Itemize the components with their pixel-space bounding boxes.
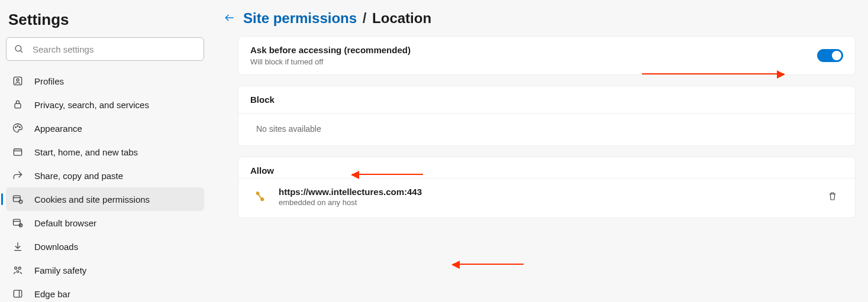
- download-icon: [12, 241, 24, 252]
- allow-section-title: Allow: [238, 157, 855, 178]
- sidebar-item-profiles[interactable]: Profiles: [6, 69, 204, 93]
- sidebar-item-label: Edge bar: [34, 289, 70, 299]
- cookies-gear-icon: [12, 193, 24, 205]
- block-card: Block No sites available: [238, 86, 855, 145]
- svg-line-1: [21, 51, 22, 53]
- site-text-group: https://www.intellectures.com:443 embedd…: [279, 187, 422, 207]
- tab-icon: [12, 146, 24, 158]
- svg-point-5: [15, 127, 17, 128]
- allow-card: Allow https://www.intellectures.com:443 …: [238, 157, 855, 217]
- breadcrumb-current: Location: [372, 10, 431, 26]
- sidebar-item-privacy[interactable]: Privacy, search, and services: [6, 93, 204, 116]
- settings-sidebar: Settings Profiles Privacy, search, and s…: [0, 0, 210, 302]
- share-icon: [12, 170, 24, 181]
- svg-point-17: [15, 267, 17, 269]
- sidebar-item-cookies[interactable]: Cookies and site permissions: [6, 187, 204, 211]
- block-empty-text: No sites available: [238, 113, 855, 145]
- sidebar-item-label: Cookies and site permissions: [34, 194, 150, 204]
- header-row: Site permissions / Location: [220, 8, 862, 28]
- delete-site-button[interactable]: [823, 187, 842, 206]
- sidebar-item-label: Default browser: [34, 218, 96, 228]
- sidebar-item-label: Privacy, search, and services: [34, 100, 149, 110]
- back-button[interactable]: [220, 8, 240, 28]
- sidebar-item-label: Downloads: [34, 242, 78, 252]
- main-content: Site permissions / Location Ask before a…: [210, 0, 868, 302]
- palette-icon: [12, 122, 24, 134]
- svg-point-7: [20, 127, 21, 128]
- svg-point-3: [17, 79, 19, 81]
- site-url: https://www.intellectures.com:443: [279, 187, 422, 197]
- svg-rect-20: [14, 290, 21, 297]
- trash-icon: [827, 191, 838, 203]
- browser-check-icon: [12, 217, 24, 229]
- search-icon: [14, 44, 24, 54]
- allow-site-row: https://www.intellectures.com:443 embedd…: [238, 178, 855, 217]
- site-favicon-icon: [254, 190, 267, 203]
- sidebar-item-downloads[interactable]: Downloads: [6, 235, 204, 258]
- breadcrumb-root-link[interactable]: Site permissions: [243, 10, 357, 26]
- sidebar-item-label: Share, copy and paste: [34, 171, 123, 181]
- breadcrumb: Site permissions / Location: [243, 10, 431, 27]
- svg-rect-4: [15, 103, 21, 108]
- sidebar-item-family[interactable]: Family safety: [6, 258, 204, 282]
- svg-point-0: [15, 46, 21, 51]
- ask-subtitle: Will block if turned off: [250, 57, 411, 66]
- ask-toggle[interactable]: [817, 49, 843, 62]
- annotation-arrow: [453, 264, 524, 265]
- site-subtitle: embedded on any host: [279, 198, 422, 207]
- svg-point-19: [17, 271, 18, 272]
- settings-title: Settings: [8, 11, 204, 29]
- sidebar-item-appearance[interactable]: Appearance: [6, 116, 204, 140]
- sidebar-item-label: Start, home, and new tabs: [34, 147, 138, 157]
- svg-point-6: [17, 125, 18, 126]
- svg-point-18: [18, 267, 21, 269]
- sidebar-item-share[interactable]: Share, copy and paste: [6, 164, 204, 187]
- sidebar-item-default-browser[interactable]: Default browser: [6, 211, 204, 235]
- back-arrow-icon: [224, 12, 235, 25]
- search-container: [6, 37, 204, 61]
- ask-title: Ask before accessing (recommended): [250, 45, 411, 55]
- sidebar-item-start[interactable]: Start, home, and new tabs: [6, 140, 204, 164]
- breadcrumb-separator: /: [363, 10, 367, 26]
- sidebar-item-label: Profiles: [34, 76, 64, 86]
- block-section-title: Block: [238, 86, 855, 107]
- family-icon: [12, 264, 24, 276]
- nav-list: Profiles Privacy, search, and services A…: [6, 67, 204, 302]
- ask-text-group: Ask before accessing (recommended) Will …: [250, 45, 411, 66]
- lock-icon: [12, 99, 24, 111]
- profiles-icon: [12, 75, 24, 87]
- sidebar-item-label: Appearance: [34, 124, 82, 134]
- ask-before-card: Ask before accessing (recommended) Will …: [238, 37, 855, 74]
- sidebar-item-edge-bar[interactable]: Edge bar: [6, 282, 204, 302]
- sidebar-icon: [12, 288, 24, 300]
- search-input[interactable]: [33, 44, 196, 54]
- svg-rect-8: [14, 149, 21, 155]
- sidebar-item-label: Family safety: [34, 265, 86, 275]
